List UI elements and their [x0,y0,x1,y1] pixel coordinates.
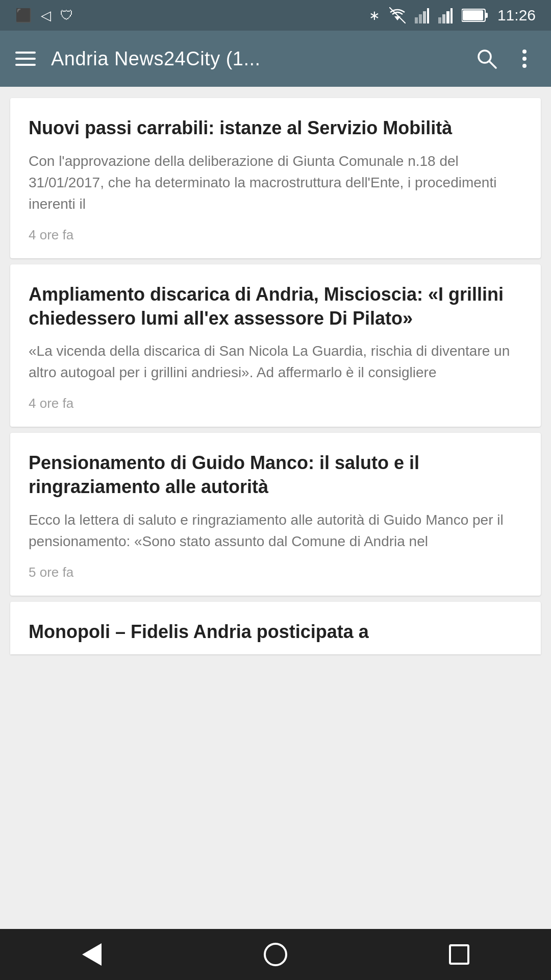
news-title-3: Pensionamento di Guido Manco: il saluto … [29,451,522,499]
status-bar-left-icons: ⬛ ◁ 🛡 [15,8,73,23]
status-time: 11:26 [497,7,536,24]
news-time-3: 5 ore fa [29,565,522,580]
svg-point-17 [522,64,527,68]
wifi-icon [389,7,406,23]
svg-rect-6 [438,17,441,23]
svg-rect-4 [423,11,426,23]
svg-point-15 [522,50,527,54]
svg-rect-11 [485,13,488,18]
status-bar-right-icons: ∗ 11:26 [369,7,536,24]
recent-icon [449,944,469,965]
battery-icon [462,8,488,22]
recent-apps-button[interactable] [439,934,480,975]
status-bar: ⬛ ◁ 🛡 ∗ 11:26 [0,0,551,31]
news-time-2: 4 ore fa [29,396,522,411]
back-arrow-icon: ◁ [41,8,51,23]
news-excerpt-1: Con l'approvazione della deliberazione d… [29,151,522,215]
svg-rect-12 [463,10,483,20]
back-button[interactable] [71,934,112,975]
news-title-4: Monopoli – Fidelis Andria posticipata a [29,620,522,644]
news-title-2: Ampliamento discarica di Andria, Miscios… [29,283,522,331]
svg-rect-2 [415,17,418,23]
bluetooth-icon: ∗ [369,8,380,23]
more-options-button[interactable] [513,47,536,70]
news-title-1: Nuovi passi carrabili: istanze al Serviz… [29,116,522,140]
svg-rect-8 [446,11,449,23]
app-title: Andria News24City (1... [51,48,460,70]
news-card-3[interactable]: Pensionamento di Guido Manco: il saluto … [10,433,541,596]
signal1-icon [415,7,429,23]
home-icon [264,943,287,966]
svg-rect-7 [442,14,445,23]
svg-rect-9 [450,8,453,23]
bottom-navigation [0,929,551,980]
app-bar: Andria News24City (1... [0,31,551,87]
news-time-1: 4 ore fa [29,227,522,243]
news-excerpt-3: Ecco la lettera di saluto e ringraziamen… [29,509,522,552]
svg-rect-5 [427,8,429,23]
svg-rect-3 [419,14,422,23]
home-button[interactable] [255,934,296,975]
news-card-2[interactable]: Ampliamento discarica di Andria, Miscios… [10,264,541,427]
svg-line-14 [489,61,496,68]
back-icon [82,943,102,966]
news-card-4[interactable]: Monopoli – Fidelis Andria posticipata a [10,602,541,654]
news-excerpt-2: «La vicenda della discarica di San Nicol… [29,340,522,383]
shield-icon: 🛡 [60,8,73,23]
search-button[interactable] [475,47,498,70]
menu-button[interactable] [15,52,36,66]
svg-point-16 [522,57,527,61]
signal2-icon [438,7,453,23]
screen-icon: ⬛ [15,8,32,23]
news-list: Nuovi passi carrabili: istanze al Serviz… [0,87,551,929]
news-card-1[interactable]: Nuovi passi carrabili: istanze al Serviz… [10,98,541,258]
